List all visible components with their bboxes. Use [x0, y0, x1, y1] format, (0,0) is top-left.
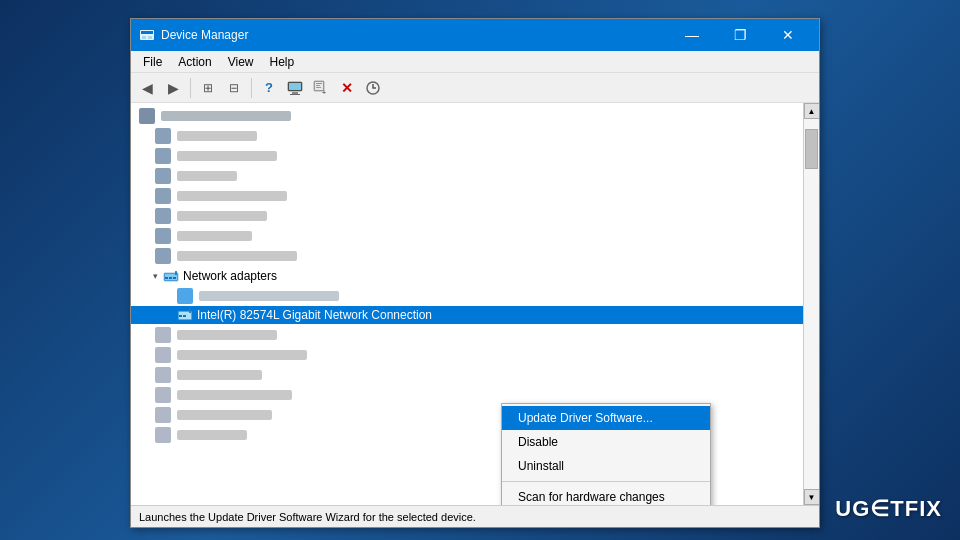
device-manager-window: Device Manager — ❐ ✕ File Action View He… [130, 18, 820, 528]
svg-rect-6 [292, 92, 298, 94]
vertical-scrollbar: ▲ ▼ [803, 103, 819, 505]
intel-adapter-label: Intel(R) 82574L Gigabit Network Connecti… [197, 308, 432, 322]
list-item[interactable] [131, 227, 803, 245]
svg-rect-3 [148, 36, 152, 39]
context-menu: Update Driver Software... Disable Uninst… [501, 403, 711, 505]
menu-bar: File Action View Help [131, 51, 819, 73]
svg-rect-20 [173, 277, 176, 279]
status-text: Launches the Update Driver Software Wiza… [139, 511, 476, 523]
tb-back[interactable]: ◀ [135, 76, 159, 100]
title-bar: Device Manager — ❐ ✕ [131, 19, 819, 51]
list-item[interactable] [131, 207, 803, 225]
window-controls: — ❐ ✕ [669, 19, 811, 51]
device-tree: ▾ Network adapters [131, 103, 803, 505]
window-icon [139, 27, 155, 43]
tb-scan[interactable]: + [309, 76, 333, 100]
menu-action[interactable]: Action [170, 53, 219, 71]
svg-rect-12 [316, 87, 321, 88]
list-item[interactable] [131, 287, 803, 305]
restore-button[interactable]: ❐ [717, 19, 763, 51]
watermark: UG∈TFIX [835, 496, 942, 522]
svg-text:+: + [322, 89, 326, 96]
ctx-scan[interactable]: Scan for hardware changes [502, 485, 710, 505]
toolbar: ◀ ▶ ⊞ ⊟ ? + ✕ [131, 73, 819, 103]
network-adapters-label: Network adapters [183, 269, 277, 283]
tb-sep2 [251, 78, 252, 98]
menu-view[interactable]: View [220, 53, 262, 71]
tb-prop[interactable]: ⊞ [196, 76, 220, 100]
menu-help[interactable]: Help [262, 53, 303, 71]
svg-rect-11 [316, 85, 320, 86]
tb-uninstall[interactable]: ⊟ [222, 76, 246, 100]
svg-rect-7 [290, 94, 300, 95]
tb-delete[interactable]: ✕ [335, 76, 359, 100]
list-item[interactable] [131, 346, 803, 364]
list-item[interactable] [131, 386, 803, 404]
list-item[interactable] [131, 167, 803, 185]
ctx-disable[interactable]: Disable [502, 430, 710, 454]
list-item[interactable] [131, 187, 803, 205]
list-item[interactable] [131, 366, 803, 384]
list-item[interactable] [131, 247, 803, 265]
list-item[interactable] [131, 127, 803, 145]
svg-rect-23 [189, 309, 191, 313]
intel-network-item[interactable]: Intel(R) 82574L Gigabit Network Connecti… [131, 306, 803, 324]
list-item[interactable] [131, 107, 803, 125]
ctx-separator [502, 481, 710, 482]
list-item[interactable] [131, 147, 803, 165]
tb-computer[interactable] [283, 76, 307, 100]
tb-forward[interactable]: ▶ [161, 76, 185, 100]
svg-rect-18 [165, 277, 168, 279]
content-area: ▾ Network adapters [131, 103, 819, 505]
ctx-update-driver[interactable]: Update Driver Software... [502, 406, 710, 430]
scroll-thumb[interactable] [805, 129, 818, 169]
tb-sep1 [190, 78, 191, 98]
list-item[interactable] [131, 326, 803, 344]
svg-rect-1 [141, 31, 153, 34]
status-bar: Launches the Update Driver Software Wiza… [131, 505, 819, 527]
svg-rect-2 [142, 36, 146, 39]
tb-refresh[interactable] [361, 76, 385, 100]
scroll-track[interactable] [804, 119, 819, 489]
svg-rect-25 [183, 315, 186, 317]
close-button[interactable]: ✕ [765, 19, 811, 51]
scroll-down-button[interactable]: ▼ [804, 489, 820, 505]
svg-rect-10 [316, 83, 322, 84]
menu-file[interactable]: File [135, 53, 170, 71]
tb-help[interactable]: ? [257, 76, 281, 100]
scroll-up-button[interactable]: ▲ [804, 103, 820, 119]
svg-rect-5 [289, 83, 301, 90]
svg-rect-19 [169, 277, 172, 279]
ctx-uninstall[interactable]: Uninstall [502, 454, 710, 478]
expand-icon: ▾ [147, 268, 163, 284]
svg-rect-17 [175, 271, 177, 275]
svg-rect-24 [179, 315, 182, 317]
window-title: Device Manager [161, 28, 669, 42]
network-adapters-item[interactable]: ▾ Network adapters [131, 267, 803, 285]
minimize-button[interactable]: — [669, 19, 715, 51]
